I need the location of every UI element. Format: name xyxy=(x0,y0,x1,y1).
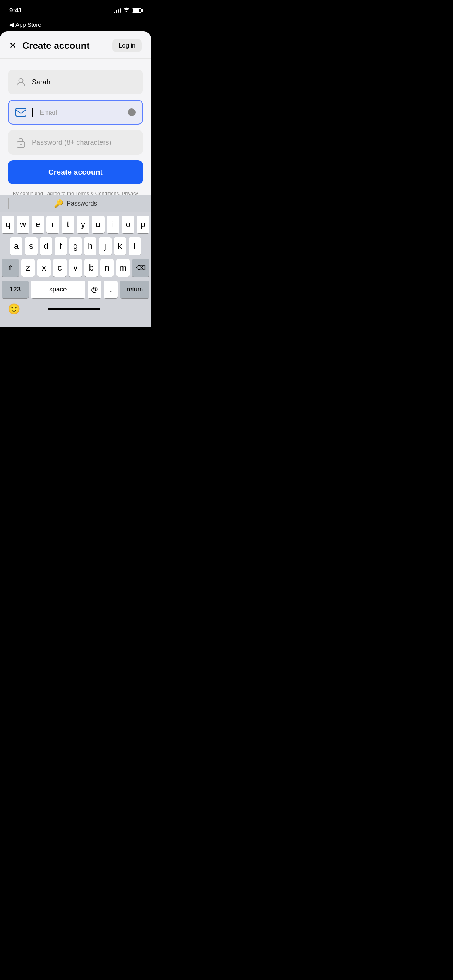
create-account-button[interactable]: Create account xyxy=(8,160,143,184)
status-icons xyxy=(114,7,142,14)
close-button[interactable]: ✕ xyxy=(9,41,16,50)
keyboard-row-4: 123 space @ . return xyxy=(2,281,149,298)
key-v[interactable]: v xyxy=(69,259,82,277)
space-key[interactable]: space xyxy=(31,281,85,298)
login-button[interactable]: Log in xyxy=(112,39,142,52)
lock-icon xyxy=(15,137,26,148)
email-placeholder[interactable]: Email xyxy=(39,108,122,117)
mail-icon xyxy=(15,107,26,118)
shift-key[interactable]: ⇧ xyxy=(2,259,19,277)
svg-rect-1 xyxy=(16,108,26,116)
keyboard-toolbar: 🔑 Passwords xyxy=(0,195,151,212)
key-q[interactable]: q xyxy=(2,216,14,233)
key-l[interactable]: l xyxy=(129,237,141,255)
form-section: Sarah Email Password (8 xyxy=(0,59,151,212)
key-e[interactable]: e xyxy=(32,216,45,233)
key-t[interactable]: t xyxy=(62,216,74,233)
key-a[interactable]: a xyxy=(10,237,22,255)
header: ✕ Create account Log in xyxy=(0,31,151,59)
keyboard-row-2: a s d f g h j k l xyxy=(2,237,149,255)
email-field[interactable]: Email xyxy=(8,100,143,125)
header-left: ✕ Create account xyxy=(9,40,89,51)
key-icon: 🔑 xyxy=(54,199,63,208)
key-y[interactable]: y xyxy=(77,216,89,233)
key-h[interactable]: h xyxy=(84,237,96,255)
password-field[interactable]: Password (8+ characters) xyxy=(8,130,143,155)
status-time: 9:41 xyxy=(9,7,22,14)
key-j[interactable]: j xyxy=(99,237,111,255)
key-m[interactable]: m xyxy=(116,259,130,277)
at-key[interactable]: @ xyxy=(88,281,101,298)
period-key[interactable]: . xyxy=(104,281,118,298)
key-r[interactable]: r xyxy=(46,216,59,233)
key-p[interactable]: p xyxy=(137,216,149,233)
home-indicator xyxy=(48,308,100,310)
key-o[interactable]: o xyxy=(122,216,134,233)
numbers-key[interactable]: 123 xyxy=(2,281,29,298)
password-placeholder[interactable]: Password (8+ characters) xyxy=(32,139,136,147)
wifi-icon xyxy=(123,7,130,14)
key-k[interactable]: k xyxy=(114,237,126,255)
keyboard-row-1: q w e r t y u i o p xyxy=(2,216,149,233)
key-b[interactable]: b xyxy=(84,259,98,277)
keyboard-rows: q w e r t y u i o p a s d f g h j k l ⇧ xyxy=(0,212,151,300)
backspace-key[interactable]: ⌫ xyxy=(132,259,149,277)
email-clear-button[interactable] xyxy=(128,108,136,116)
svg-point-3 xyxy=(20,144,22,145)
key-d[interactable]: d xyxy=(40,237,52,255)
battery-icon xyxy=(132,8,142,13)
app-store-back[interactable]: ◀ App Store xyxy=(0,19,151,31)
toolbar-divider-right xyxy=(143,198,144,209)
key-f[interactable]: f xyxy=(55,237,67,255)
keyboard-bottom: 🙂 xyxy=(0,300,151,327)
key-c[interactable]: c xyxy=(53,259,67,277)
back-chevron-icon: ◀ xyxy=(9,21,14,28)
keyboard-row-3: ⇧ z x c v b n m ⌫ xyxy=(2,259,149,277)
key-i[interactable]: i xyxy=(107,216,120,233)
key-g[interactable]: g xyxy=(69,237,82,255)
key-u[interactable]: u xyxy=(92,216,105,233)
app-store-back-label: App Store xyxy=(15,21,41,28)
toolbar-divider-left xyxy=(8,198,9,209)
cursor xyxy=(32,108,33,117)
return-key[interactable]: return xyxy=(120,281,149,298)
passwords-label[interactable]: 🔑 Passwords xyxy=(54,199,97,208)
name-field[interactable]: Sarah xyxy=(8,70,143,94)
name-input-value[interactable]: Sarah xyxy=(32,78,136,86)
emoji-button[interactable]: 🙂 xyxy=(8,303,20,315)
key-z[interactable]: z xyxy=(21,259,35,277)
key-s[interactable]: s xyxy=(25,237,37,255)
key-x[interactable]: x xyxy=(37,259,51,277)
key-w[interactable]: w xyxy=(17,216,29,233)
svg-point-0 xyxy=(19,79,23,83)
key-n[interactable]: n xyxy=(100,259,114,277)
page-title: Create account xyxy=(22,40,89,51)
signal-icon xyxy=(114,8,121,13)
person-icon xyxy=(15,77,26,87)
status-bar: 9:41 xyxy=(0,0,151,19)
keyboard: 🔑 Passwords q w e r t y u i o p a s d f … xyxy=(0,195,151,327)
